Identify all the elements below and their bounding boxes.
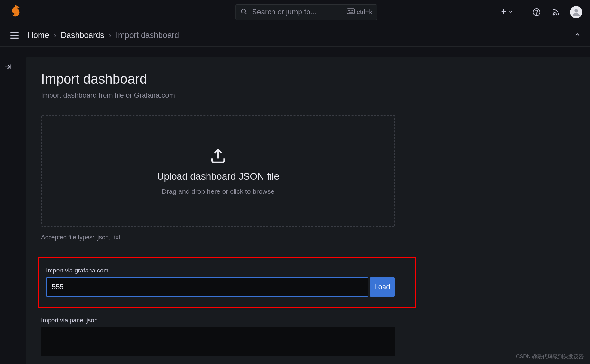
main-content-panel: Import dashboard Import dashboard from f… <box>26 57 590 364</box>
user-avatar[interactable] <box>570 6 582 18</box>
news-feed-button[interactable] <box>551 7 561 17</box>
dock-sidebar-button[interactable] <box>4 63 12 72</box>
breadcrumb-left: Home › Dashboards › Import dashboard <box>9 30 179 41</box>
svg-point-5 <box>349 10 350 11</box>
chevron-down-icon <box>508 9 513 15</box>
svg-point-7 <box>352 10 353 11</box>
load-button[interactable]: Load <box>370 277 395 297</box>
accepted-file-types: Accepted file types: .json, .txt <box>41 234 578 241</box>
import-grafana-label: Import via grafana.com <box>46 267 405 274</box>
help-button[interactable] <box>531 7 542 17</box>
import-grafana-input-row: Load <box>46 277 405 297</box>
svg-point-12 <box>536 14 537 14</box>
import-panel-json-label: Import via panel json <box>41 317 578 324</box>
upload-dropzone[interactable]: Upload dashboard JSON file Drag and drop… <box>41 115 395 227</box>
grafana-id-input[interactable] <box>46 277 368 297</box>
search-placeholder: Search or jump to... <box>252 8 342 16</box>
kbd-text: ctrl+k <box>357 8 372 16</box>
breadcrumb-bar: Home › Dashboards › Import dashboard <box>0 24 590 47</box>
import-grafana-section: Import via grafana.com Load <box>38 257 416 308</box>
chevron-right-icon: › <box>109 31 111 40</box>
search-icon <box>240 8 247 16</box>
svg-point-6 <box>351 10 351 11</box>
svg-point-14 <box>574 9 578 12</box>
svg-point-4 <box>348 10 349 11</box>
collapse-header-button[interactable] <box>574 31 581 40</box>
svg-rect-3 <box>347 9 354 14</box>
divider <box>522 7 522 17</box>
breadcrumb-current: Import dashboard <box>116 31 179 40</box>
panel-json-textarea[interactable] <box>41 327 395 356</box>
upload-hint: Drag and drop here or click to browse <box>162 188 274 195</box>
top-right-actions <box>500 6 582 18</box>
svg-point-13 <box>553 14 554 15</box>
page-title: Import dashboard <box>41 71 578 87</box>
keyboard-shortcut-hint: ctrl+k <box>346 8 372 16</box>
keyboard-icon <box>346 8 355 16</box>
add-new-dropdown[interactable] <box>500 8 513 16</box>
grafana-logo-icon[interactable] <box>8 4 23 20</box>
breadcrumb: Home › Dashboards › Import dashboard <box>28 31 179 40</box>
top-header: Search or jump to... ctrl+k <box>0 0 590 24</box>
svg-point-1 <box>241 9 245 13</box>
plus-icon <box>500 8 507 16</box>
svg-line-2 <box>245 13 247 14</box>
page-subtitle: Import dashboard from file or Grafana.co… <box>41 91 578 100</box>
upload-title: Upload dashboard JSON file <box>157 171 279 182</box>
menu-toggle-button[interactable] <box>9 30 20 41</box>
upload-icon <box>209 146 227 166</box>
import-panel-json-section: Import via panel json <box>41 317 578 356</box>
breadcrumb-dashboards[interactable]: Dashboards <box>61 31 104 40</box>
logo-wrap <box>8 4 23 20</box>
chevron-right-icon: › <box>54 31 56 40</box>
search-bar[interactable]: Search or jump to... ctrl+k <box>235 4 377 20</box>
breadcrumb-home[interactable]: Home <box>28 31 49 40</box>
